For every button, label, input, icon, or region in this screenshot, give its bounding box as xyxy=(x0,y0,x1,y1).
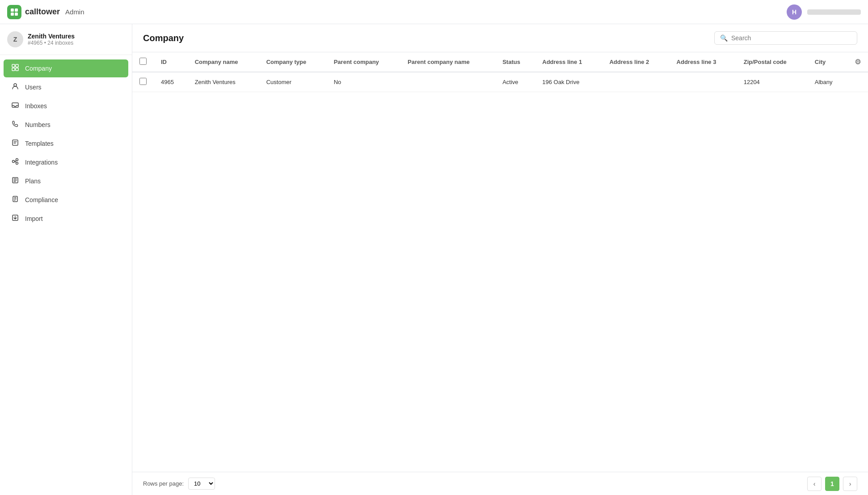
page-title: Company xyxy=(143,33,184,43)
logo-icon xyxy=(7,5,21,19)
row-checkbox[interactable] xyxy=(139,78,147,85)
cell-parent-company-name xyxy=(400,72,495,92)
col-id: ID xyxy=(154,52,188,72)
account-info: Zenith Ventures #4965 • 24 inboxes xyxy=(28,33,75,46)
search-box[interactable]: 🔍 xyxy=(714,31,857,45)
account-section: Z Zenith Ventures #4965 • 24 inboxes xyxy=(0,24,132,55)
cell-parent-company: No xyxy=(327,72,400,92)
integrations-icon xyxy=(11,158,20,167)
cell-status: Active xyxy=(495,72,535,92)
cell-zip: 12204 xyxy=(737,72,808,92)
sidebar-item-users[interactable]: Users xyxy=(4,78,128,96)
cell-company-type: Customer xyxy=(259,72,327,92)
rows-per-page: Rows per page: 102550100 xyxy=(143,478,215,490)
sidebar-item-plans[interactable]: Plans xyxy=(4,172,128,190)
layout: Z Zenith Ventures #4965 • 24 inboxes Com… xyxy=(0,24,868,495)
sidebar-item-numbers[interactable]: Numbers xyxy=(4,116,128,134)
sidebar-label-compliance: Compliance xyxy=(25,196,58,203)
logo-text: calltower xyxy=(25,7,60,17)
sidebar: Z Zenith Ventures #4965 • 24 inboxes Com… xyxy=(0,24,132,495)
sidebar-item-templates[interactable]: Templates xyxy=(4,135,128,152)
svg-rect-6 xyxy=(12,68,15,71)
svg-rect-5 xyxy=(16,64,18,67)
next-page-button[interactable]: › xyxy=(843,477,857,491)
svg-rect-0 xyxy=(11,8,14,12)
company-icon xyxy=(11,64,20,73)
col-company-type: Company type xyxy=(259,52,327,72)
company-table: ID Company name Company type Parent comp… xyxy=(132,52,868,92)
svg-rect-3 xyxy=(15,13,18,16)
svg-rect-1 xyxy=(15,8,18,12)
table-body: 4965 Zenith Ventures Customer No Active … xyxy=(132,72,868,92)
table-container: ID Company name Company type Parent comp… xyxy=(132,52,868,472)
account-avatar: Z xyxy=(7,31,23,47)
svg-rect-4 xyxy=(12,64,15,67)
account-meta: #4965 • 24 inboxes xyxy=(28,40,75,46)
sidebar-label-numbers: Numbers xyxy=(25,121,51,128)
cell-company-name: Zenith Ventures xyxy=(188,72,259,92)
svg-rect-2 xyxy=(11,13,14,16)
inboxes-icon xyxy=(11,102,20,110)
sidebar-label-inboxes: Inboxes xyxy=(25,102,47,110)
col-parent-company: Parent company xyxy=(327,52,400,72)
sidebar-label-import: Import xyxy=(25,215,43,222)
sidebar-label-users: Users xyxy=(25,84,42,91)
sidebar-label-plans: Plans xyxy=(25,178,41,185)
select-all-cell xyxy=(132,52,154,72)
compliance-icon xyxy=(11,195,20,204)
svg-rect-7 xyxy=(16,68,18,71)
pagination: ‹ 1 › xyxy=(807,477,857,491)
col-address2: Address line 2 xyxy=(602,52,669,72)
logo-wrap: calltower xyxy=(7,5,60,19)
sidebar-label-templates: Templates xyxy=(25,140,54,147)
col-company-name: Company name xyxy=(188,52,259,72)
table-footer: Rows per page: 102550100 ‹ 1 › xyxy=(132,472,868,495)
sidebar-item-import[interactable]: Import xyxy=(4,210,128,228)
cell-address2 xyxy=(602,72,669,92)
sidebar-item-integrations[interactable]: Integrations xyxy=(4,153,128,171)
search-input[interactable] xyxy=(731,34,851,42)
cell-address3 xyxy=(670,72,737,92)
col-address1: Address line 1 xyxy=(535,52,602,72)
content-header: Company 🔍 xyxy=(132,24,868,52)
top-nav-right: H xyxy=(787,4,861,20)
prev-page-button[interactable]: ‹ xyxy=(807,477,822,491)
sidebar-item-compliance[interactable]: Compliance xyxy=(4,191,128,209)
templates-icon xyxy=(11,139,20,148)
main-content: Company 🔍 ID Company name Company type P… xyxy=(132,24,868,495)
col-status: Status xyxy=(495,52,535,72)
plans-icon xyxy=(11,177,20,186)
sidebar-item-inboxes[interactable]: Inboxes xyxy=(4,97,128,115)
user-name-blur xyxy=(807,9,861,15)
svg-point-8 xyxy=(14,84,17,86)
svg-point-11 xyxy=(13,161,15,163)
admin-label: Admin xyxy=(65,8,84,16)
top-nav-left: calltower Admin xyxy=(7,5,84,19)
select-all-checkbox[interactable] xyxy=(139,58,147,65)
sidebar-label-company: Company xyxy=(25,65,52,72)
numbers-icon xyxy=(11,120,20,129)
rows-per-page-select[interactable]: 102550100 xyxy=(188,478,215,490)
account-name: Zenith Ventures xyxy=(28,33,75,40)
col-parent-company-name: Parent company name xyxy=(400,52,495,72)
top-nav: calltower Admin H xyxy=(0,0,868,24)
col-city: City xyxy=(808,52,847,72)
nav-list: Company Users Inboxes Numbers Templates … xyxy=(0,55,132,495)
col-address3: Address line 3 xyxy=(670,52,737,72)
cell-city: Albany xyxy=(808,72,847,92)
cell-address1: 196 Oak Drive xyxy=(535,72,602,92)
search-icon: 🔍 xyxy=(720,34,728,42)
col-zip: Zip/Postal code xyxy=(737,52,808,72)
sidebar-item-company[interactable]: Company xyxy=(4,59,128,77)
cell-id: 4965 xyxy=(154,72,188,92)
rows-per-page-label: Rows per page: xyxy=(143,480,184,487)
table-row: 4965 Zenith Ventures Customer No Active … xyxy=(132,72,868,92)
settings-gear-icon[interactable]: ⚙ xyxy=(855,58,861,66)
users-icon xyxy=(11,83,20,92)
import-icon xyxy=(11,214,20,223)
page-1-button[interactable]: 1 xyxy=(825,477,839,491)
user-avatar[interactable]: H xyxy=(787,4,802,20)
svg-rect-10 xyxy=(13,140,18,145)
sidebar-label-integrations: Integrations xyxy=(25,159,58,166)
col-settings: ⚙ xyxy=(847,52,868,72)
